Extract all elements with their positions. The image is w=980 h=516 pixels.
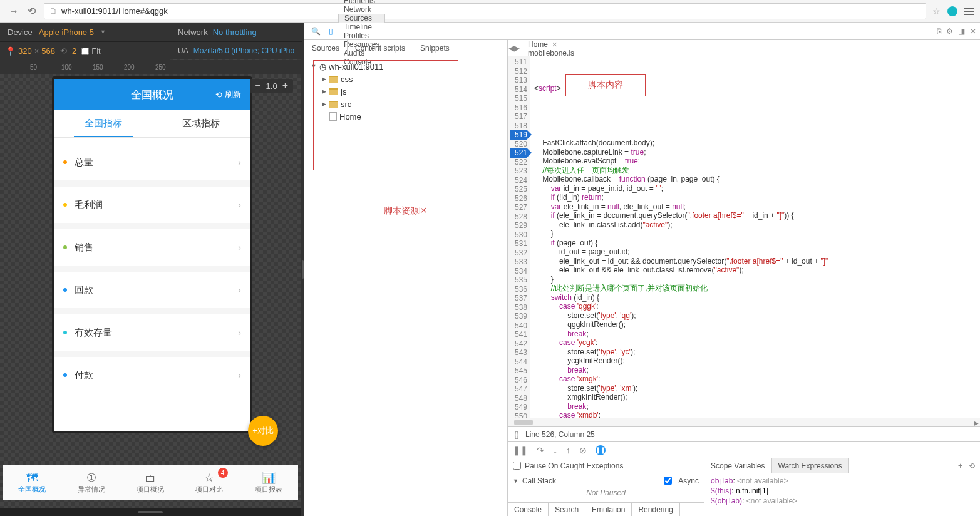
line-number[interactable]: 531 [510,239,527,249]
line-number[interactable]: 550 [510,412,527,418]
code-line[interactable]: if (page_out) { [534,239,828,248]
line-number[interactable]: 530 [510,230,527,240]
code-line[interactable]: FastClick.attach(document.body); [534,138,828,148]
code-line[interactable]: break; [534,402,828,411]
line-number[interactable]: 546 [510,376,527,385]
async-checkbox[interactable]: Async [664,477,699,485]
nav-abnormal[interactable]: ①异常情况 [61,465,120,500]
line-number[interactable]: 545 [510,366,527,376]
braces-icon[interactable]: {} [514,430,519,439]
line-number[interactable]: 542 [510,339,527,349]
line-number[interactable]: 534 [510,267,527,276]
tree-folder-js[interactable]: ▶js [308,85,503,98]
code-line[interactable]: var id_in = page_in.id, id_out = ""; [534,184,828,194]
line-number[interactable]: 523 [510,167,527,176]
step-over-icon[interactable]: ↷ [537,445,544,455]
pause-icon[interactable]: ❚❚ [513,445,528,455]
close-icon[interactable]: ✕ [552,41,557,49]
line-number[interactable]: 520 [510,140,527,149]
code-line[interactable]: store.set('type', 'yc'); [534,348,828,357]
line-number[interactable]: 529 [510,221,527,230]
device-selector-bar[interactable]: Device Apple iPhone 5 ▼ [0,23,170,41]
line-number[interactable]: 532 [510,249,527,258]
call-stack-row[interactable]: ▼Call Stack Async [508,473,704,488]
dock-icon[interactable]: ◨ [958,27,965,36]
list-item[interactable]: 毛利润› [54,187,250,223]
line-number[interactable]: 522 [510,158,527,167]
devtools-tab-sources[interactable]: Sources [338,14,385,23]
code-line[interactable] [534,111,828,121]
line-number[interactable]: 515 [510,94,527,103]
device-width[interactable]: 320 [18,46,32,56]
code-line[interactable]: ele_link_out && ele_link_out.classList.r… [534,266,828,275]
line-number[interactable]: 517 [510,112,527,121]
user-agent-bar[interactable]: UA Mozilla/5.0 (iPhone; CPU iPho [170,41,302,59]
deactivate-bp-icon[interactable]: ⊘ [579,445,587,455]
refresh-watch-icon[interactable]: ⟲ [969,462,975,470]
code-line[interactable]: store.set('type', 'xm'); [534,384,828,393]
add-watch-icon[interactable]: + [958,462,962,470]
compare-fab[interactable]: +对比 [248,416,278,446]
code-line[interactable]: ycgkInitRender(); [534,356,828,366]
code-lines[interactable]: 脚本内容 <script> FastClick.attach(document.… [530,56,832,418]
line-number[interactable]: 512 [510,67,527,76]
line-number[interactable]: 540 [510,321,527,331]
watch-item[interactable]: $(this): n.fn.init[1] [711,486,974,496]
line-number[interactable]: 543 [510,348,527,358]
code-line[interactable]: break; [534,329,828,339]
line-number[interactable]: 549 [510,403,527,412]
nav-report[interactable]: 📊项目报表 [239,465,298,500]
drawer-tab-search[interactable]: Search [549,503,585,516]
tab-national[interactable]: 全国指标 [54,110,152,137]
horizontal-scrollbar[interactable]: ▶ [508,418,980,426]
drawer-tab-console[interactable]: Console [508,503,549,516]
subtab-sources[interactable]: Sources [304,40,348,56]
reload-button[interactable]: ⟲ [23,3,40,20]
settings-icon[interactable]: ⚙ [946,27,953,36]
code-line[interactable]: //每次进入任一页面均触发 [534,166,828,175]
code-line[interactable]: id_out = page_out.id; [534,247,828,257]
fit-checkbox[interactable]: Fit [81,46,100,56]
line-number[interactable]: 513 [510,76,527,85]
refresh-button[interactable]: ⟲ 刷新 [215,89,241,100]
code-line[interactable]: ele_link_out = id_out && document.queryS… [534,257,828,266]
drawer-tab-emulation[interactable]: Emulation [585,503,632,516]
line-number[interactable]: 536 [510,285,527,294]
line-number[interactable]: 518 [510,121,527,131]
device-mode-icon[interactable]: ▯ [323,27,338,36]
line-number[interactable]: 525 [510,185,527,194]
tab-region[interactable]: 区域指标 [152,110,250,137]
devtools-tab-network[interactable]: Network [338,5,385,14]
devtools-tab-profiles[interactable]: Profiles [338,31,385,40]
code-line[interactable]: } [534,275,828,284]
bookmark-icon[interactable]: ☆ [930,5,942,18]
code-line[interactable] [534,130,828,139]
line-gutter[interactable]: 5115125135145155165175185195205215225235… [508,56,530,418]
search-icon[interactable]: 🔍 [308,27,323,36]
line-number[interactable]: 535 [510,276,527,285]
line-number[interactable]: 539 [510,312,527,321]
code-tab[interactable]: Home✕ [520,40,601,49]
line-number[interactable]: 511 [510,58,527,67]
line-number[interactable]: 521 [510,148,527,158]
line-number[interactable]: 526 [510,194,527,204]
code-line[interactable]: if (!id_in) return; [534,193,828,202]
subtab-content-scripts[interactable]: Content scripts [348,40,413,56]
rotate-icon[interactable]: ⟲ [60,46,67,56]
line-number[interactable]: 528 [510,212,527,222]
list-item[interactable]: 付款› [54,357,250,393]
forward-button[interactable]: → [5,3,23,20]
line-number[interactable]: 514 [510,85,527,95]
drawer-tab-rendering[interactable]: Rendering [632,503,679,516]
line-number[interactable]: 516 [510,103,527,113]
code-line[interactable]: qggkInitRender(); [534,320,828,329]
tree-root[interactable]: ▼◷wh-xull01:9011 [308,60,503,73]
code-line[interactable]: //此处判断是进入哪个页面了,并对该页面初始化 [534,284,828,293]
line-number[interactable]: 527 [510,203,527,212]
tree-folder-src[interactable]: ▶src [308,98,503,110]
tree-file-home[interactable]: Home [308,110,503,123]
line-number[interactable]: 524 [510,176,527,185]
line-number[interactable]: 548 [510,394,527,403]
code-line[interactable]: case 'xmdb': [534,411,828,418]
code-line[interactable]: ele_link_in.classList.add("active"); [534,220,828,230]
